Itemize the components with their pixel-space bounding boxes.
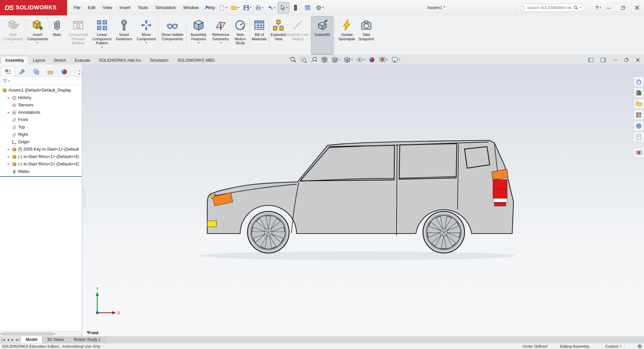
edit-appearance-button[interactable] [368,56,376,64]
tree-item-in-start-rims-1[interactable]: ▸ (-) In-Start Rims<1> (Default<<D [0,153,82,160]
tab-layout[interactable]: Layout [29,56,49,64]
select-tool-button[interactable]: ▾ [278,2,289,13]
doc-close-button[interactable] [636,58,640,62]
tail-light-red-lower[interactable] [493,189,507,198]
display-style-button[interactable]: ▾ [343,56,353,64]
menu-window[interactable]: Window [179,0,202,15]
tree-item-2005-key-in-start[interactable]: ▸ (f) 2005 Key In-Start<1> (Default [0,146,82,153]
search-input[interactable] [526,5,572,10]
ribbon-button-insert-components[interactable]: Insert Components ▾ [26,16,49,55]
solidworks-resources-button[interactable] [634,77,643,87]
filter-icon[interactable] [2,79,7,84]
help-button[interactable]: ? ▾ [595,4,601,11]
doc-minimize-button[interactable]: — [613,57,617,62]
search-icon[interactable] [574,5,578,10]
new-document-button[interactable]: ▾ [217,2,229,13]
tab-dimxpert-manager[interactable] [43,66,57,77]
custom-config-selector[interactable]: Custom ▾ [602,343,625,349]
graphics-viewport[interactable]: Y X *Front [83,64,644,336]
front-bumper-yellow[interactable] [207,221,216,227]
ribbon-button-exploded-view[interactable]: Exploded View [270,16,287,55]
menu-edit[interactable]: Edit [84,0,99,15]
tree-item-assem1[interactable]: Assem1 (Default<Default_Display [0,87,82,94]
tree-item-front-plane[interactable]: Front [0,116,82,123]
view-settings-button[interactable]: ▾ [391,56,401,64]
open-button[interactable]: ▾ [229,2,241,13]
selection-stoplight-button[interactable] [290,2,301,13]
pane-right-icon[interactable] [601,58,606,62]
print-button[interactable]: ▾ [254,2,265,13]
ribbon-button-assembly-features[interactable]: Assembly Features ▾ [187,16,210,55]
status-globe-icon[interactable] [637,344,642,349]
menu-file[interactable]: File [70,0,84,15]
tab-sketch[interactable]: Sketch [49,56,70,64]
hide-show-items-button[interactable]: ▾ [356,56,366,64]
rear-wheel-rim[interactable] [423,211,465,253]
tree-item-in-start-rims-2[interactable]: ▸ (-) In-Start Rims<2> (Default<<D [0,160,82,168]
tree-item-sensors[interactable]: Sensors [0,101,82,109]
tab-motion-study-1[interactable]: Motion Study 1 [69,336,106,343]
tab-display-manager[interactable] [57,66,71,77]
minimize-button[interactable]: — [602,0,616,15]
close-button[interactable] [630,0,644,15]
tab-featuremanager-tree[interactable] [1,66,15,77]
pin-menu-button[interactable] [201,3,211,13]
ribbon-button-instant3d[interactable]: Instant3D [311,16,333,55]
apply-scene-button[interactable]: ▾ [378,56,388,64]
section-view-button[interactable] [320,56,328,64]
tab-3d-views[interactable]: 3D Views [42,336,69,343]
ribbon-button-new-motion-study[interactable]: New Motion Study [232,16,249,55]
menu-view[interactable]: View [99,0,116,15]
tree-item-annotations[interactable]: ▸ Annotations [0,109,82,116]
tab-evaluate[interactable]: Evaluate [70,56,95,64]
prev-tab-icon[interactable]: ◀ [6,338,10,342]
zoom-to-area-button[interactable] [300,56,308,64]
task-list-button[interactable] [302,2,313,13]
doc-restore-button[interactable] [625,58,628,62]
tree-item-mates[interactable]: Mates [0,168,82,175]
file-explorer-button[interactable] [634,99,643,109]
panel-splitter-handle[interactable] [82,188,85,208]
tail-light-red-upper[interactable] [493,180,507,189]
tree-item-right-plane[interactable]: Right [0,131,82,138]
scroll-right-icon[interactable]: ▸ [54,332,55,335]
tail-light-red-bottom[interactable] [494,202,506,206]
pane-left-icon[interactable] [588,58,593,62]
ribbon-button-update-speedpak[interactable]: Update Speedpak [336,16,358,55]
ribbon-button-mate[interactable]: Mate [49,16,65,55]
tab-model[interactable]: Model [21,336,43,343]
appearances-scenes-button[interactable] [634,121,643,131]
tree-item-top-plane[interactable]: Top [0,123,82,131]
panel-tab-scroll[interactable]: ◂ ▸ [79,69,81,77]
viewport-canvas[interactable]: Y X [83,64,644,336]
tab-assembly[interactable]: Assembly [1,56,29,64]
tab-property-manager[interactable] [15,66,29,77]
undo-button[interactable]: ▾ [266,2,277,13]
options-button[interactable]: ▾ [314,2,325,13]
previous-view-button[interactable] [310,56,318,64]
scrollbar-thumb[interactable] [3,332,53,336]
menu-simulation[interactable]: Simulation [152,0,179,15]
menu-tools[interactable]: Tools [134,0,152,15]
help-search-box[interactable]: ? ▾ [517,4,584,12]
ribbon-button-show-hidden-components[interactable]: Show Hidden Components [160,16,185,55]
front-wheel-rim[interactable] [248,211,289,253]
ribbon-button-take-snapshot[interactable]: Take Snapshot [358,16,375,55]
tree-item-origin[interactable]: Origin [0,138,82,146]
panel-horizontal-scrollbar[interactable]: ◂ ▸ [0,331,82,336]
ribbon-button-move-component[interactable]: Move Component ▾ [135,16,157,55]
tail-light-white[interactable] [493,198,507,202]
restore-button[interactable] [616,0,630,15]
save-button[interactable]: ▾ [241,2,253,13]
ribbon-button-reference-geometry[interactable]: Reference Geometry ▾ [210,16,232,55]
tab-solidworks-mbd[interactable]: SOLIDWORKS MBD [173,56,219,64]
tab-solidworks-add-ins[interactable]: SOLIDWORKS Add-Ins [95,56,145,64]
last-tab-icon[interactable]: ▶ [15,338,19,342]
view-orientation-button[interactable]: ▾ [331,56,341,64]
menu-insert[interactable]: Insert [116,0,134,15]
ribbon-button-bill-of-materials[interactable]: Bill of Materials [251,16,268,55]
zoom-to-fit-button[interactable] [289,56,297,64]
tab-simulation[interactable]: Simulation [146,56,173,64]
solidworks-forum-button[interactable] [634,148,643,158]
car-assembly-model[interactable] [207,140,514,253]
